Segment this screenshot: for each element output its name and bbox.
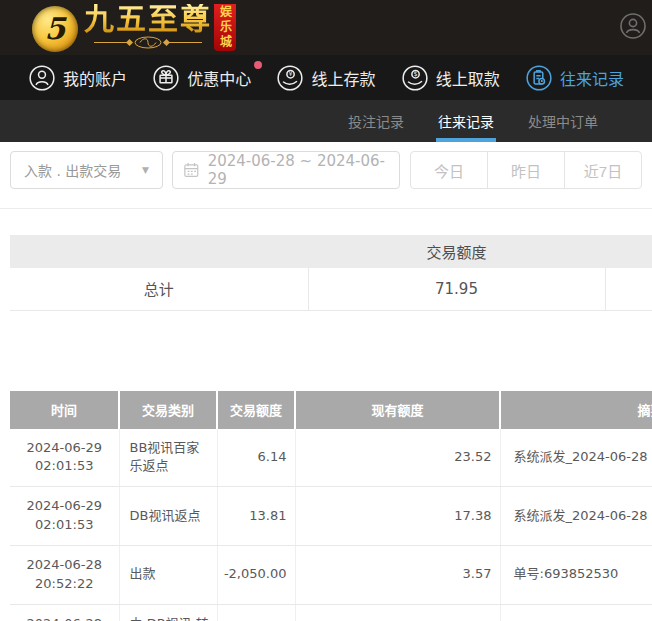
page: 5 九五至尊 娱乐城 [0,0,652,621]
nav-label: 优惠中心 [187,66,251,90]
nav-label: 往来记录 [560,66,624,90]
today-button[interactable]: 今日 [410,151,488,189]
summary-header-amount: 交易额度 [308,235,605,268]
table-row: 2024-06-29 02:01:53BB视讯百家乐返点6.1423.52系统派… [10,429,652,487]
table-cell: 2,192.73 [295,604,500,621]
summary-empty-cell [605,268,652,310]
table-cell: 2024-06-28 19:55:50 [10,604,119,621]
table-cell: 系统派发_2024-06-28 [500,429,652,487]
table-cell: -2,050.00 [217,545,295,604]
nav-item-my-account[interactable]: 我的账户 [28,64,127,92]
table-cell: 单号:693852530 [500,545,652,604]
table-cell: 17.38 [295,487,500,546]
table-row: 2024-06-28 19:55:50由 DB视讯 转入2,192.002,19… [10,604,652,621]
withdraw-hand-coin-icon: $ [401,64,429,92]
deposit-hand-coin-icon: ¥ [276,64,304,92]
summary-header-empty [10,235,308,268]
filter-row: 入款 . 出款交易 ▼ 2024-06-28 ~ 2024-06-29 今日 昨… [0,142,652,189]
nav-item-deposit[interactable]: ¥ 线上存款 [276,64,375,92]
main-nav: 我的账户 优惠中心 ¥ 线上存款 $ 线上取款 [0,55,652,100]
summary-header-empty [605,235,652,268]
select-value: 入款 . 出款交易 [24,160,121,180]
table-cell: 2024-06-29 02:01:53 [10,487,119,546]
summary-total-label: 总计 [10,268,308,310]
table-cell: 2024-06-28 20:52:22 [10,545,119,604]
tab-bet-records[interactable]: 投注记录 [346,100,406,142]
tab-transaction-records[interactable]: 往来记录 [436,100,496,142]
table-cell: 2,192.00 [217,604,295,621]
date-range-value: 2024-06-28 ~ 2024-06-29 [208,152,389,188]
gift-icon [152,64,180,92]
user-icon [28,64,56,92]
summary-table: 交易额度 总计 71.95 [10,235,652,311]
yesterday-button[interactable]: 昨日 [487,151,565,189]
table-row: 2024-06-28 20:52:22出款-2,050.003.57单号:693… [10,545,652,604]
brand-badge: 娱乐城 [214,4,236,51]
notification-dot [254,61,262,69]
summary-total-row: 总计 71.95 [10,268,652,310]
nav-label: 我的账户 [63,66,127,90]
table-cell: 13.81 [217,487,295,546]
summary-total-value: 71.95 [308,268,605,310]
col-header-summary: 摘要 [500,391,652,429]
nav-item-promotions[interactable]: 优惠中心 [152,64,251,92]
calendar-icon [183,161,200,179]
table-cell: 6.14 [217,429,295,487]
nav-label: 线上存款 [311,66,375,90]
records-table-wrap: 时间 交易类别 交易额度 现有额度 摘要 2024-06-29 02:01:53… [10,391,652,621]
last7days-button[interactable]: 近7日 [564,151,642,189]
site-logo[interactable]: 5 九五至尊 娱乐城 [32,4,236,52]
tab-pending-orders[interactable]: 处理中订单 [526,100,600,142]
col-header-time: 时间 [10,391,119,429]
records-header-row: 时间 交易类别 交易额度 现有额度 摘要 [10,391,652,429]
col-header-amount: 交易额度 [217,391,295,429]
brand-name: 九五至尊 [84,4,212,34]
table-cell: 由 DB视讯 转入 [119,604,217,621]
col-header-type: 交易类别 [119,391,217,429]
nav-item-withdraw[interactable]: $ 线上取款 [401,64,500,92]
records-table: 时间 交易类别 交易额度 现有额度 摘要 2024-06-29 02:01:53… [10,391,652,621]
table-cell: 单号:115323900034 [500,604,652,621]
date-range-input[interactable]: 2024-06-28 ~ 2024-06-29 [172,151,400,189]
table-cell: DB视讯返点 [119,487,217,546]
col-header-balance: 现有额度 [295,391,500,429]
brand-header: 5 九五至尊 娱乐城 [0,0,652,55]
table-cell: 3.57 [295,545,500,604]
nav-item-records[interactable]: 往来记录 [525,64,624,92]
table-cell: 2024-06-29 02:01:53 [10,429,119,487]
svg-text:¥: ¥ [289,70,293,78]
table-cell: 出款 [119,545,217,604]
records-tabbar: 投注记录 往来记录 处理中订单 [0,100,652,142]
flourish-icon [92,36,204,49]
account-avatar-icon[interactable] [618,11,648,41]
records-clipboard-icon [525,64,553,92]
table-cell: 系统派发_2024-06-28 [500,487,652,546]
section-divider [0,208,652,209]
quick-date-group: 今日 昨日 近7日 [410,151,642,189]
chevron-down-icon: ▼ [142,165,149,175]
nav-label: 线上取款 [436,66,500,90]
logo-coin-icon: 5 [32,6,78,52]
transaction-type-select[interactable]: 入款 . 出款交易 ▼ [10,151,163,189]
table-cell: 23.52 [295,429,500,487]
svg-text:$: $ [413,70,417,78]
table-cell: BB视讯百家乐返点 [119,429,217,487]
summary-table-wrap: 交易额度 总计 71.95 [10,235,652,311]
table-row: 2024-06-29 02:01:53DB视讯返点13.8117.38系统派发_… [10,487,652,546]
